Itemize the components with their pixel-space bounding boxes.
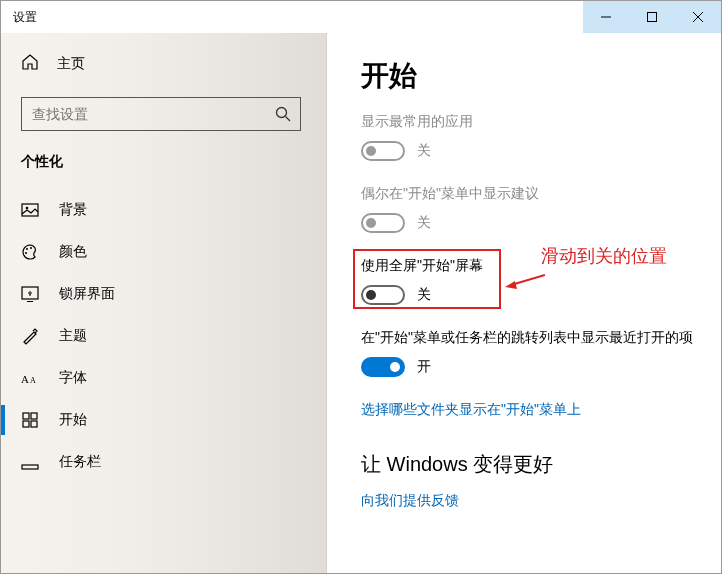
- search-input[interactable]: [22, 106, 266, 122]
- sidebar-item-colors[interactable]: 颜色: [1, 231, 327, 273]
- sidebar-item-fonts[interactable]: AA 字体: [1, 357, 327, 399]
- toggle-jumplist-recent[interactable]: [361, 357, 405, 377]
- svg-rect-1: [648, 13, 657, 22]
- nav-list: 背景 颜色 锁屏界面 主题 AA 字体: [1, 189, 327, 483]
- svg-rect-21: [22, 465, 38, 469]
- svg-rect-19: [23, 421, 29, 427]
- palette-icon: [21, 243, 39, 261]
- sidebar-item-background[interactable]: 背景: [1, 189, 327, 231]
- option-label: 偶尔在"开始"菜单中显示建议: [361, 185, 697, 203]
- option-label: 在"开始"菜单或任务栏的跳转列表中显示最近打开的项: [361, 329, 697, 347]
- option-most-used-apps: 显示最常用的应用 关: [361, 113, 697, 161]
- maximize-button[interactable]: [629, 1, 675, 33]
- option-suggestions: 偶尔在"开始"菜单中显示建议 关: [361, 185, 697, 233]
- lock-icon: [21, 285, 39, 303]
- window-title: 设置: [1, 9, 37, 26]
- sidebar: 主页 个性化 背景 颜色 锁屏界面: [1, 33, 327, 573]
- sidebar-item-themes[interactable]: 主题: [1, 315, 327, 357]
- annotation-text: 滑动到关的位置: [541, 244, 667, 268]
- toggle-state: 关: [417, 286, 431, 304]
- home-label: 主页: [57, 55, 85, 73]
- svg-line-5: [286, 117, 291, 122]
- toggle-state: 关: [417, 142, 431, 160]
- sidebar-item-taskbar[interactable]: 任务栏: [1, 441, 327, 483]
- svg-text:A: A: [21, 373, 29, 385]
- toggle-suggestions[interactable]: [361, 213, 405, 233]
- home-row[interactable]: 主页: [1, 45, 327, 97]
- titlebar: 设置: [1, 1, 721, 33]
- content-pane: 开始 显示最常用的应用 关 偶尔在"开始"菜单中显示建议 关 使用全屏"开始"屏…: [327, 33, 721, 573]
- subheading-better-windows: 让 Windows 变得更好: [361, 451, 697, 478]
- home-icon: [21, 53, 39, 75]
- sidebar-item-label: 字体: [59, 369, 87, 387]
- search-icon[interactable]: [266, 106, 300, 122]
- start-icon: [21, 411, 39, 429]
- svg-rect-11: [22, 287, 38, 299]
- sidebar-item-label: 开始: [59, 411, 87, 429]
- svg-rect-12: [27, 301, 33, 302]
- sidebar-item-label: 锁屏界面: [59, 285, 115, 303]
- svg-line-22: [511, 275, 545, 285]
- window-buttons: [583, 1, 721, 33]
- sidebar-item-label: 颜色: [59, 243, 87, 261]
- svg-rect-17: [23, 413, 29, 419]
- page-heading: 开始: [361, 57, 697, 95]
- option-label: 显示最常用的应用: [361, 113, 697, 131]
- svg-point-13: [29, 292, 31, 294]
- svg-point-9: [30, 247, 32, 249]
- svg-text:A: A: [30, 376, 36, 385]
- svg-point-10: [25, 252, 27, 254]
- link-choose-folders[interactable]: 选择哪些文件夹显示在"开始"菜单上: [361, 401, 697, 419]
- svg-rect-20: [31, 421, 37, 427]
- taskbar-icon: [21, 453, 39, 471]
- close-button[interactable]: [675, 1, 721, 33]
- sidebar-item-label: 任务栏: [59, 453, 101, 471]
- toggle-state: 开: [417, 358, 431, 376]
- option-jumplist-recent: 在"开始"菜单或任务栏的跳转列表中显示最近打开的项 开: [361, 329, 697, 377]
- svg-point-4: [277, 108, 287, 118]
- search-box[interactable]: [21, 97, 301, 131]
- sidebar-item-label: 背景: [59, 201, 87, 219]
- sidebar-item-lockscreen[interactable]: 锁屏界面: [1, 273, 327, 315]
- toggle-state: 关: [417, 214, 431, 232]
- svg-point-8: [26, 248, 28, 250]
- svg-rect-18: [31, 413, 37, 419]
- svg-point-7: [26, 207, 29, 210]
- svg-marker-23: [505, 281, 517, 289]
- brush-icon: [21, 327, 39, 345]
- section-heading: 个性化: [1, 147, 327, 189]
- toggle-most-used-apps[interactable]: [361, 141, 405, 161]
- sidebar-item-start[interactable]: 开始: [1, 399, 327, 441]
- minimize-button[interactable]: [583, 1, 629, 33]
- annotation-arrow-icon: [505, 271, 545, 291]
- picture-icon: [21, 201, 39, 219]
- settings-window: 设置 主页: [0, 0, 722, 574]
- body: 主页 个性化 背景 颜色 锁屏界面: [1, 33, 721, 573]
- font-icon: AA: [21, 369, 39, 387]
- sidebar-item-label: 主题: [59, 327, 87, 345]
- toggle-fullscreen-start[interactable]: [361, 285, 405, 305]
- link-feedback[interactable]: 向我们提供反馈: [361, 492, 697, 510]
